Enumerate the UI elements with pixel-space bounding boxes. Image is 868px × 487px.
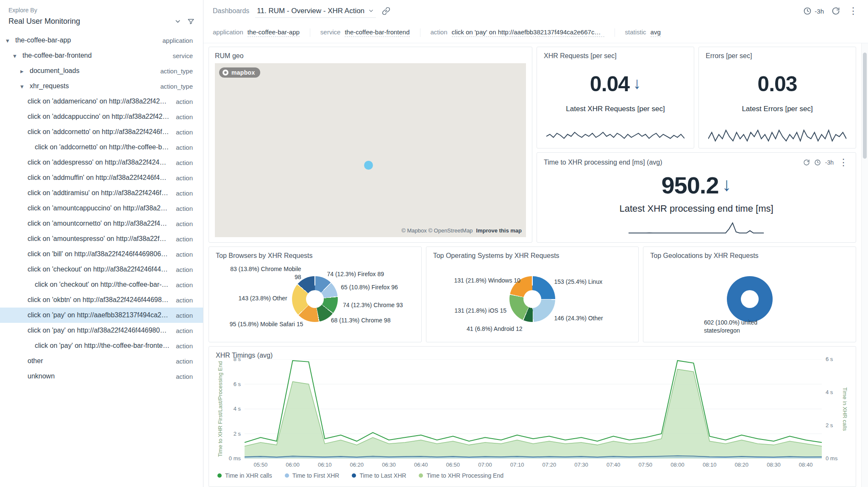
legend-label: Time in XHR calls	[225, 472, 272, 479]
legend-item[interactable]: Time in XHR calls	[217, 472, 272, 479]
panel-title: Top Browsers by XHR Requests	[216, 252, 415, 260]
panel-title: XHR Requests [per sec]	[544, 52, 687, 60]
tree-item-type: action	[176, 373, 193, 380]
selector-value[interactable]: Real User Monitoring	[8, 17, 168, 26]
mapbox-logo[interactable]: mapbox	[219, 67, 260, 78]
collapse-arrow-icon[interactable]: ▾	[20, 83, 30, 90]
tree-item[interactable]: click on 'addtiramisu' on http://af38a22…	[0, 185, 203, 201]
tree-item[interactable]: click on 'addamericano' on http://af38a2…	[0, 94, 203, 109]
tree-item-type: application	[162, 37, 193, 44]
legend-item[interactable]: Time to First XHR	[285, 472, 339, 479]
explore-by-selector[interactable]: Real User Monitoring	[0, 15, 203, 29]
sidebar: Explore By Real User Monitoring ▾the-cof…	[0, 0, 203, 487]
time-range-control[interactable]: -3h	[803, 7, 824, 15]
filter-label: application	[213, 28, 243, 36]
panel-title: Time to XHR processing end [ms] (avg)	[544, 159, 662, 166]
tree-item[interactable]: click on 'amountespresso' on http://af38…	[0, 231, 203, 246]
filter-value[interactable]: the-coffee-bar-frontend	[345, 28, 409, 37]
map-canvas[interactable]: mapbox © Mapbox © OpenStreetMapImprove t…	[215, 63, 526, 237]
donut-chart-os[interactable]: 131 (21.8%) Windows 10153 (25.4%) Linux1…	[433, 261, 632, 337]
app-root: Explore By Real User Monitoring ▾the-cof…	[0, 0, 868, 487]
tree-item-type: action	[176, 312, 193, 319]
donut-callout: 83 (13.8%) Chrome Mobile98	[230, 265, 301, 281]
tree-item-type: action	[176, 205, 193, 212]
y-axis-tick: 6 s	[826, 356, 833, 362]
kebab-menu-icon[interactable]: ⋮	[838, 158, 849, 167]
tree-item-type: action	[176, 297, 193, 304]
tree-item[interactable]: click on 'addespresso' on http://af38a22…	[0, 155, 203, 170]
donut-chart-browsers[interactable]: 83 (13.8%) Chrome Mobile9874 (12.3%) Fir…	[216, 261, 415, 337]
attribution-text: © Mapbox © OpenStreetMap	[401, 227, 473, 234]
tree-item[interactable]: click on 'pay' on http://aaefbb382137f49…	[0, 308, 203, 323]
refresh-icon[interactable]	[803, 159, 810, 166]
tree-item[interactable]: click on 'pay' on http://af38a22f4246f44…	[0, 323, 203, 338]
tree-item[interactable]: click on 'amountcornetto' on http://af38…	[0, 216, 203, 231]
tree-item[interactable]: click on 'amountcappuccino' on http://af…	[0, 201, 203, 216]
dashboard-body: RUM geo mapbox © Mapbox © OpenStreetMapI…	[203, 43, 868, 487]
filter-value[interactable]: avg	[651, 28, 661, 37]
tree-item[interactable]: click on 'okbtn' on http://af38a22f4246f…	[0, 292, 203, 308]
y-axis-ticks-left: 8 s6 s4 s2 s0 ms	[224, 359, 245, 459]
filter-icon[interactable]	[187, 18, 195, 25]
tree-item[interactable]: unknownaction	[0, 369, 203, 384]
panel-title: Top Operating Systems by XHR Requests	[433, 252, 632, 260]
tree-item[interactable]: click on 'pay' on http://the-coffee-bar-…	[0, 338, 203, 353]
legend-item[interactable]: Time to XHR Processing End	[419, 472, 504, 479]
chevron-down-icon[interactable]	[174, 18, 181, 25]
filter-application: applicationthe-coffee-bar-app	[213, 28, 310, 37]
tree-item[interactable]: ▸document_loadsaction_type	[0, 63, 203, 78]
donut-ring[interactable]	[727, 276, 773, 322]
tree-item[interactable]: click on 'checkout' on http://the-coffee…	[0, 277, 203, 292]
y-axis-tick: 8 s	[234, 356, 241, 362]
donut-ring[interactable]	[292, 276, 338, 322]
tree-item[interactable]: ▾the-coffee-bar-appapplication	[0, 33, 203, 48]
donut-hole	[523, 290, 541, 308]
filter-value[interactable]: the-coffee-bar-app	[248, 28, 300, 37]
tree-item-type: action	[176, 281, 193, 288]
tree-item-type: action	[176, 129, 193, 136]
legend-item[interactable]: Time to Last XHR	[352, 472, 406, 479]
scrollbar-thumb[interactable]	[863, 53, 867, 159]
y-axis-tick: 2 s	[826, 423, 833, 428]
panel-time-range[interactable]: -3h	[825, 159, 834, 166]
donut-chart-geolocations[interactable]: 602 (100.0%) unitedstates/oregon	[650, 261, 849, 337]
timings-plot-area[interactable]	[245, 359, 822, 459]
dashboard-select[interactable]: 11. RUM - Overview - XHR Action	[255, 5, 376, 18]
x-axis-tick: 08:10	[703, 462, 717, 468]
stats-column: XHR Requests [per sec] 0.04 ↓ Latest XHR…	[537, 47, 856, 243]
metric-value: 0.04	[590, 72, 629, 96]
refresh-icon[interactable]	[832, 7, 840, 15]
expand-arrow-icon[interactable]: ▸	[20, 68, 30, 74]
panel-top-geolocations: Top Geolocations by XHR Requests 602 (10…	[643, 246, 856, 342]
y-axis-label-right: Time in XHR calls	[840, 359, 849, 459]
panel-controls: -3h ⋮	[803, 158, 849, 167]
vertical-scrollbar[interactable]	[861, 43, 868, 487]
tree-item-label: click on 'amountcappuccino' on http://af…	[28, 204, 176, 212]
tree-item-label: click on 'pay' on http://the-coffee-bar-…	[35, 342, 176, 350]
x-axis-tick: 06:50	[446, 462, 460, 468]
chevron-down-icon	[368, 8, 374, 14]
collapse-arrow-icon[interactable]: ▾	[6, 37, 15, 44]
panel-title: RUM geo	[215, 52, 526, 60]
link-icon[interactable]	[382, 7, 390, 15]
tree-item[interactable]: ▾the-coffee-bar-frontendservice	[0, 48, 203, 63]
tree-item-type: action	[176, 190, 193, 197]
map-data-point[interactable]	[364, 161, 373, 170]
tree-item[interactable]: click on 'bill' on http://af38a22f4246f4…	[0, 246, 203, 262]
tree-item[interactable]: ▾xhr_requestsaction_type	[0, 78, 203, 94]
x-axis-tick: 07:40	[606, 462, 620, 468]
filter-value[interactable]: click on 'pay' on http://aaefbb382137f49…	[452, 28, 604, 37]
donut-callout: 95 (15.8%) Mobile Safari 15	[230, 320, 303, 328]
tree-item[interactable]: click on 'checkout' on http://af38a22f42…	[0, 262, 203, 277]
kebab-menu-icon[interactable]: ⋮	[848, 6, 859, 16]
tree-item[interactable]: click on 'addcappuccino' on http://af38a…	[0, 109, 203, 124]
clock-icon[interactable]	[814, 159, 821, 166]
tree-item[interactable]: click on 'addcornetto' on http://the-cof…	[0, 140, 203, 155]
donut-callout: 65 (10.8%) Firefox 96	[341, 283, 398, 291]
tree-item[interactable]: click on 'addmuffin' on http://af38a22f4…	[0, 170, 203, 185]
tree-item[interactable]: click on 'addcornetto' on http://af38a22…	[0, 124, 203, 140]
legend-dot-icon	[217, 473, 222, 478]
collapse-arrow-icon[interactable]: ▾	[13, 53, 22, 59]
tree-item[interactable]: otheraction	[0, 353, 203, 369]
improve-map-link[interactable]: Improve this map	[476, 227, 522, 234]
